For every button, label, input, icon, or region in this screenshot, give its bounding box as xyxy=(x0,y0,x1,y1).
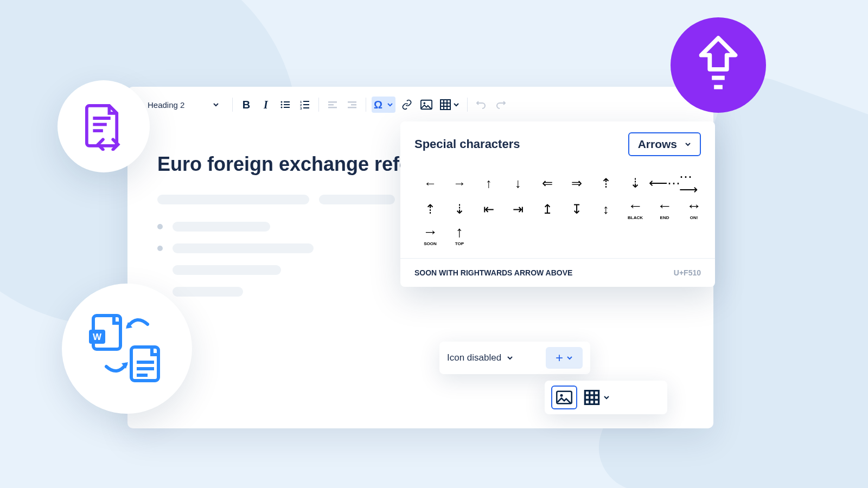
svg-rect-3 xyxy=(284,104,290,105)
table-button[interactable] xyxy=(438,97,462,113)
undo-icon xyxy=(476,99,487,110)
char-cell[interactable]: ⋯⟶ xyxy=(679,170,709,196)
char-cell[interactable]: ←END xyxy=(650,196,679,222)
selected-char-code: U+F510 xyxy=(674,268,701,277)
chevron-down-icon xyxy=(566,355,573,361)
special-char-button[interactable]: Ω xyxy=(372,97,395,113)
redo-button[interactable] xyxy=(493,97,509,113)
special-characters-panel: Special characters Arrows ←→↑↓⇐⇒⇡⇣⟵⋯⋯⟶⇡⇣… xyxy=(400,121,715,287)
char-cell[interactable]: ←BLACK xyxy=(621,196,650,222)
svg-point-0 xyxy=(281,101,283,103)
image-icon xyxy=(420,99,432,110)
category-selector[interactable]: Arrows xyxy=(628,132,701,156)
char-cell[interactable]: ↕ xyxy=(591,196,621,222)
upgrade-badge[interactable] xyxy=(671,17,766,113)
image-button[interactable] xyxy=(418,97,435,113)
align-left-button[interactable] xyxy=(324,97,341,113)
svg-point-4 xyxy=(281,107,283,108)
table-icon xyxy=(584,390,600,405)
character-grid: ←→↑↓⇐⇒⇡⇣⟵⋯⋯⟶⇡⇣⇤⇥↥↧↕←BLACK←END↔ON!→SOON↑T… xyxy=(400,162,715,258)
char-cell[interactable]: ⟵⋯ xyxy=(650,170,679,196)
import-export-badge: W xyxy=(62,284,192,414)
char-cell[interactable]: ↥ xyxy=(533,196,562,222)
align-left-icon xyxy=(327,99,338,110)
svg-rect-33 xyxy=(714,85,723,89)
code-document-icon xyxy=(81,102,126,151)
code-document-badge xyxy=(58,80,150,172)
char-cell[interactable]: ⇥ xyxy=(503,196,533,222)
char-cell[interactable]: ⇡ xyxy=(416,196,445,222)
heading-selector[interactable]: Heading 2 xyxy=(140,94,227,115)
align-right-button[interactable] xyxy=(344,97,360,113)
image-icon xyxy=(556,390,572,404)
svg-rect-9 xyxy=(303,104,309,105)
numbered-list-button[interactable]: 123 xyxy=(297,97,313,113)
svg-rect-5 xyxy=(284,107,290,108)
italic-button[interactable]: I xyxy=(258,97,274,113)
link-icon xyxy=(401,99,412,110)
char-cell[interactable]: ⇣ xyxy=(445,196,474,222)
bullet-list-button[interactable] xyxy=(277,97,293,113)
svg-rect-27 xyxy=(585,390,598,404)
icon-state-label: Icon disabled xyxy=(447,352,501,363)
svg-rect-7 xyxy=(303,101,309,102)
svg-rect-16 xyxy=(351,104,356,106)
char-cell[interactable]: ↧ xyxy=(562,196,591,222)
chevron-down-icon xyxy=(603,394,610,401)
add-button[interactable]: + xyxy=(546,347,583,369)
svg-point-26 xyxy=(560,394,563,397)
char-cell[interactable]: ⇡ xyxy=(591,170,621,196)
panel-title: Special characters xyxy=(414,137,520,151)
svg-point-19 xyxy=(424,102,426,104)
svg-rect-12 xyxy=(328,101,337,103)
char-cell[interactable]: ↔ON! xyxy=(679,196,709,222)
svg-rect-1 xyxy=(284,101,290,102)
category-label: Arrows xyxy=(638,138,677,151)
link-button[interactable] xyxy=(399,97,415,113)
svg-rect-20 xyxy=(441,100,450,110)
insert-image-button[interactable] xyxy=(551,386,577,409)
insert-table-button[interactable] xyxy=(584,390,610,405)
plus-icon: + xyxy=(556,350,563,365)
svg-rect-14 xyxy=(328,107,337,108)
chevron-down-icon xyxy=(685,141,691,147)
char-cell[interactable]: ↓ xyxy=(503,170,533,196)
selected-char-name: SOON WITH RIGHTWARDS ARROW ABOVE xyxy=(414,268,572,277)
char-cell[interactable]: ⇤ xyxy=(474,196,503,222)
table-icon xyxy=(440,99,451,110)
char-cell[interactable]: →SOON xyxy=(416,222,445,248)
numbered-list-icon: 123 xyxy=(299,99,310,110)
insert-tools-callout xyxy=(545,381,667,414)
svg-rect-17 xyxy=(348,107,356,108)
editor-toolbar: Heading 2 B I 123 Ω xyxy=(140,92,574,117)
chevron-down-icon xyxy=(453,101,459,108)
up-arrow-icon xyxy=(697,35,740,95)
svg-text:W: W xyxy=(93,332,102,342)
char-cell[interactable]: ↑TOP xyxy=(445,222,474,248)
svg-rect-15 xyxy=(348,101,356,103)
svg-text:3: 3 xyxy=(300,107,302,110)
align-right-icon xyxy=(347,99,358,110)
bullet-list-icon xyxy=(280,99,291,110)
char-cell[interactable]: ← xyxy=(416,170,445,196)
char-cell[interactable]: ↑ xyxy=(474,170,503,196)
svg-rect-32 xyxy=(712,76,725,80)
char-cell[interactable]: ⇣ xyxy=(621,170,650,196)
char-cell[interactable]: ⇒ xyxy=(562,170,591,196)
char-cell[interactable]: → xyxy=(445,170,474,196)
svg-rect-13 xyxy=(328,104,334,106)
chevron-down-icon xyxy=(213,101,219,108)
svg-rect-11 xyxy=(303,107,309,108)
char-cell[interactable]: ⇐ xyxy=(533,170,562,196)
heading-selector-label: Heading 2 xyxy=(148,100,184,110)
bold-button[interactable]: B xyxy=(238,97,254,113)
icon-state-callout: Icon disabled + xyxy=(439,342,590,374)
undo-button[interactable] xyxy=(473,97,489,113)
chevron-down-icon[interactable] xyxy=(507,355,513,361)
svg-point-2 xyxy=(281,104,283,106)
word-convert-icon: W xyxy=(84,308,170,389)
redo-icon xyxy=(495,99,506,110)
chevron-down-icon xyxy=(387,101,393,108)
